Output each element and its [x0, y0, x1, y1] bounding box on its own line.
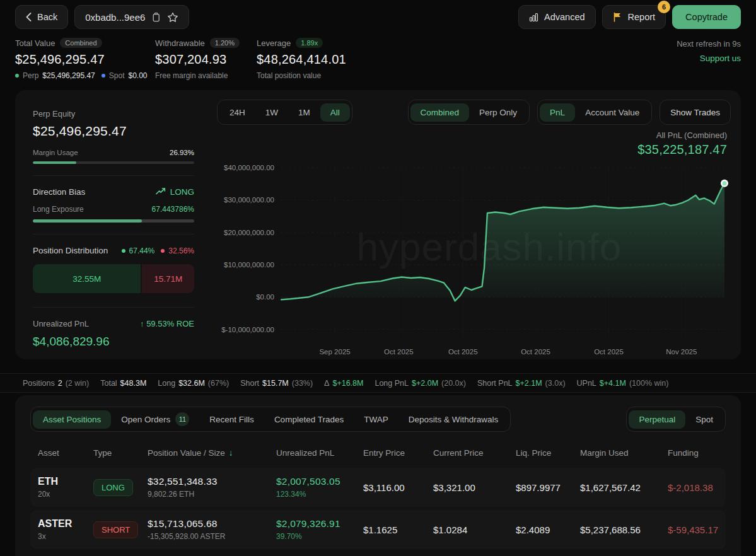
summary-delta: Δ$+16.8M [324, 379, 363, 388]
range-all-tab[interactable]: All [320, 103, 350, 122]
tab-completed-trades[interactable]: Completed Trades [264, 410, 354, 429]
svg-text:Sep 2025: Sep 2025 [319, 348, 350, 356]
perp-equity-label: Perp Equity [33, 109, 194, 119]
position-value: $32,551,348.33 [148, 476, 276, 487]
tab-twap[interactable]: TWAP [354, 410, 398, 429]
funding-value: $-2,018.38 [668, 482, 726, 493]
position-row-aster[interactable]: ASTER3x SHORT $15,713,065.68-15,305,928.… [30, 510, 726, 549]
margin-used: $5,237,688.56 [580, 524, 668, 535]
leverage-label: Leverage [257, 38, 291, 48]
mode-combined-tab[interactable]: Combined [410, 103, 470, 122]
metric-pnl-tab[interactable]: PnL [540, 103, 575, 122]
market-type-group: Perpetual Spot [626, 407, 726, 432]
chevron-left-icon [26, 13, 32, 21]
range-1m-tab[interactable]: 1M [288, 103, 320, 122]
liq-price: $897.9977 [516, 482, 580, 493]
refresh-countdown: Next refresh in 9s [677, 39, 741, 49]
position-distribution-label: Position Distribution [33, 246, 108, 255]
total-value: $25,496,295.47 [15, 52, 155, 67]
entry-price: $3,116.00 [363, 482, 433, 493]
total-value-label: Total Value [15, 38, 55, 48]
summary-short: Short$15.7M(33%) [240, 379, 313, 388]
pnl-chart[interactable]: hyperdash.info Sep 2025Oct 2025Oct 2025O… [217, 158, 731, 359]
row-upnl-pct: 39.70% [276, 532, 363, 541]
total-value-stat: Total Value Combined $25,496,295.47 Perp… [15, 38, 155, 80]
asset-leverage: 3x [38, 532, 93, 541]
position-value: $15,713,065.68 [148, 518, 276, 530]
position-distribution-bar: 32.55M 15.71M [33, 264, 194, 293]
col-margin-used[interactable]: Margin Used [580, 448, 668, 458]
positions-tab-group: Asset Positions Open Orders 11 Recent Fi… [30, 407, 511, 432]
wallet-address: 0xbadb...9ee6 [85, 12, 145, 23]
col-funding[interactable]: Funding [668, 448, 726, 458]
tab-open-orders[interactable]: Open Orders 11 [111, 408, 199, 431]
row-upnl: $2,079,326.91 [276, 518, 363, 530]
metric-group: PnL Account Value [537, 100, 652, 125]
mode-perp-only-tab[interactable]: Perp Only [469, 103, 527, 122]
favorite-star-icon[interactable] [167, 12, 178, 23]
position-row-eth[interactable]: ETH20x LONG $32,551,348.339,802.26 ETH $… [30, 468, 726, 507]
withdrawable-label: Withdrawable [155, 38, 205, 48]
svg-text:$40,000,000.00: $40,000,000.00 [224, 164, 274, 171]
advanced-button[interactable]: Advanced [518, 5, 596, 29]
perp-dot-icon [15, 74, 19, 78]
market-spot-tab[interactable]: Spot [685, 410, 723, 429]
flag-icon [613, 12, 622, 22]
tab-asset-positions[interactable]: Asset Positions [33, 410, 111, 429]
range-1w-tab[interactable]: 1W [255, 103, 288, 122]
spot-label: Spot [109, 71, 125, 80]
svg-text:Oct 2025: Oct 2025 [384, 348, 414, 356]
liq-price: $2.4089 [516, 524, 580, 535]
tab-recent-fills[interactable]: Recent Fills [199, 410, 264, 429]
position-size: -15,305,928.00 ASTER [148, 532, 276, 541]
long-exposure-value: 67.443786% [152, 205, 194, 214]
svg-text:$-10,000,000.00: $-10,000,000.00 [221, 326, 274, 333]
combined-badge: Combined [60, 38, 102, 48]
support-us-link[interactable]: Support us [677, 54, 741, 63]
col-type[interactable]: Type [93, 448, 148, 458]
advanced-label: Advanced [544, 12, 585, 22]
svg-text:Nov 2025: Nov 2025 [666, 348, 697, 356]
withdrawable-sub: Free margin available [155, 71, 228, 80]
unrealized-pnl-label: Unrealized PnL [33, 319, 89, 328]
svg-text:$10,000,000.00: $10,000,000.00 [224, 261, 274, 269]
metric-account-value-tab[interactable]: Account Value [575, 103, 649, 122]
summary-total: Total$48.3M [100, 379, 146, 388]
leverage-value: $48,264,414.01 [257, 52, 346, 67]
asset-leverage: 20x [38, 490, 93, 499]
asset-symbol: ASTER [38, 518, 93, 530]
col-liq-price[interactable]: Liq. Price [516, 448, 580, 458]
asset-symbol: ETH [38, 476, 93, 487]
summary-long-pnl: Long PnL$+2.0M(20.0x) [375, 379, 465, 388]
report-button[interactable]: Report 6 [602, 5, 666, 29]
market-perpetual-tab[interactable]: Perpetual [629, 410, 685, 429]
report-label: Report [628, 12, 656, 22]
wallet-address-pill[interactable]: 0xbadb...9ee6 [74, 5, 189, 29]
tab-deposits-withdrawals[interactable]: Deposits & Withdrawals [398, 410, 509, 429]
show-trades-button[interactable]: Show Trades [660, 100, 731, 125]
spot-value: $0.00 [128, 71, 147, 80]
perp-label: Perp [23, 71, 38, 80]
col-position-value[interactable]: Position Value / Size↓ [148, 448, 276, 458]
all-pnl-label: All PnL (Combined) [217, 130, 727, 140]
current-price: $1.0284 [433, 524, 516, 535]
withdrawable-value: $307,204.93 [155, 52, 257, 67]
roe-value: 59.53% ROE [146, 319, 194, 328]
col-current-price[interactable]: Current Price [433, 448, 516, 458]
withdrawable-pct-badge: 1.20% [210, 38, 240, 48]
equity-panel: Perp Equity $25,496,295.47 Margin Usage … [15, 90, 211, 359]
spot-dot-icon [102, 74, 105, 78]
copytrade-button[interactable]: Copytrade [672, 5, 741, 29]
short-badge: SHORT [93, 521, 138, 538]
col-entry-price[interactable]: Entry Price [363, 448, 433, 458]
summary-positions: Positions2(2 win) [23, 379, 89, 388]
copy-icon[interactable] [151, 12, 161, 22]
summary-long: Long$32.6M(67%) [158, 379, 229, 388]
dist-long-pct: 67.44% [129, 246, 155, 255]
back-button[interactable]: Back [15, 5, 68, 29]
account-mode-group: Combined Perp Only [408, 100, 530, 125]
portfolio-card: Perp Equity $25,496,295.47 Margin Usage … [15, 90, 741, 359]
col-unrealized-pnl[interactable]: Unrealized PnL [276, 448, 363, 458]
col-asset[interactable]: Asset [38, 448, 93, 458]
range-24h-tab[interactable]: 24H [219, 103, 255, 122]
